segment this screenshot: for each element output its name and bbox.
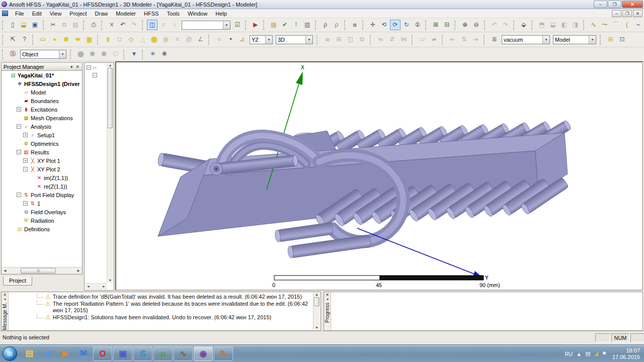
menu-modeler[interactable]: Modeler (112, 10, 140, 18)
history-hscrollbar[interactable]: ◄ ► (85, 283, 107, 290)
non-model-object-icon[interactable]: ○ (214, 34, 224, 45)
tree-item-port-field-display[interactable]: −⇅Port Field Display (2, 191, 82, 199)
rotate-axis-icon[interactable]: ↻ (401, 20, 412, 30)
pan-icon[interactable]: ✛ (368, 20, 378, 30)
tree-item-results[interactable]: −▧Results (2, 148, 82, 156)
taskbar-mail-icon[interactable]: ✉ (76, 346, 91, 360)
tree-item-xy-plot-1[interactable]: +╳XY Plot 1 (2, 156, 82, 165)
tree-item-radiation[interactable]: ΨRadiation (2, 216, 82, 225)
start-button[interactable]: ⊞ (3, 346, 17, 361)
draw-torus-icon[interactable]: ◎ (160, 34, 171, 45)
scroll-up-icon[interactable]: ▲ (313, 293, 320, 296)
context-help-icon[interactable]: ? (19, 34, 30, 45)
scroll-left-icon[interactable]: ◄ (87, 285, 90, 289)
tree-item-excitations[interactable]: +⧫Excitations (2, 105, 82, 114)
action-center-tray-icon[interactable]: ⚑ (602, 350, 607, 357)
panel-close-icon[interactable]: ✕ (74, 64, 81, 69)
validation-check-icon[interactable]: ✔ (280, 20, 290, 30)
tree-item-setup1[interactable]: +⌕Setup1 (2, 131, 82, 139)
language-indicator[interactable]: RU (565, 351, 573, 357)
menu-file[interactable]: File (11, 10, 28, 18)
tree-expander-icon[interactable]: + (23, 201, 28, 206)
scroll-right-icon[interactable]: ► (102, 285, 106, 289)
draw-rectangle-icon[interactable]: ▭ (38, 34, 48, 45)
message-vscrollbar[interactable]: ▲ ▼ (313, 293, 320, 330)
taskbar-utorrent-icon[interactable]: µ (153, 346, 173, 361)
restore-button[interactable]: ❐ (608, 1, 621, 8)
snap-curve-1-icon[interactable]: ∿ (589, 20, 599, 30)
scroll-down-icon[interactable]: ▼ (107, 279, 113, 282)
profile-icon[interactable]: ! (291, 20, 301, 30)
view-isometric-icon[interactable]: ⬙ (519, 20, 529, 30)
open-icon[interactable]: ⬓ (19, 20, 29, 30)
menu-window[interactable]: Window (184, 10, 211, 18)
minimize-button[interactable]: – (594, 1, 607, 8)
taskbar-explorer-icon[interactable]: ▤ (22, 346, 37, 360)
menu-draw[interactable]: Draw (91, 10, 112, 18)
close-button[interactable]: ✕ (622, 1, 643, 8)
new-icon[interactable]: ▯ (8, 20, 18, 30)
wave-port-icon[interactable]: ⌁ (633, 20, 643, 30)
mdi-child-icon[interactable] (2, 11, 8, 16)
object-properties-icon[interactable]: ⊡ (617, 34, 627, 45)
draw-cone-icon[interactable]: △ (137, 34, 148, 45)
material-combobox[interactable]: vacuum▼ (502, 35, 550, 44)
draw-box-icon[interactable]: □ (114, 34, 125, 45)
menu-tools[interactable]: Tools (163, 10, 184, 18)
selection-mode-dropdown-arrow-icon[interactable]: ▼ (59, 50, 66, 58)
taskbar-hfss-icon[interactable]: ◉ (194, 346, 213, 361)
search-dropdown-arrow-icon[interactable]: ▼ (223, 21, 230, 29)
tree-item-optimetrics[interactable]: ⚙Optimetrics (2, 139, 82, 148)
zoom-in-rect-icon[interactable]: ⊞ (431, 20, 441, 30)
project-tab[interactable]: Project (3, 277, 32, 286)
model-type-combobox[interactable]: Model▼ (553, 35, 596, 44)
analyze-all-icon[interactable]: ▶ (251, 20, 261, 30)
taskbar-modeler-app-icon[interactable]: ∿ (174, 346, 193, 361)
network-tray-icon[interactable]: ◢ (594, 350, 598, 357)
material-dropdown-arrow-icon[interactable]: ▼ (542, 36, 549, 44)
tree-expander-icon[interactable]: − (23, 167, 28, 171)
zoom-out-rect-icon[interactable]: ⊟ (442, 20, 452, 30)
undo-icon[interactable]: ↶ (118, 20, 128, 30)
panel-close-icon[interactable]: ✕ (3, 293, 7, 297)
draw-cylinder-icon[interactable]: ▮ (103, 34, 113, 45)
draw-ellipse-icon[interactable]: ⬬ (72, 34, 83, 45)
taskbar-skype-icon[interactable]: S (133, 346, 152, 361)
draw-polygon-icon[interactable]: ⬢ (61, 34, 71, 45)
tree-item-xy-plot-2[interactable]: −╳XY Plot 2 (2, 165, 82, 173)
selection-filter-icon[interactable]: ▼ (129, 49, 139, 59)
model-tree-icon[interactable]: ◫ (147, 20, 157, 30)
print-icon[interactable]: ⎙ (89, 20, 99, 30)
tree-expander-icon[interactable]: + (23, 133, 28, 137)
boundary-display-icon[interactable]: Ⓢ (8, 49, 18, 59)
draw-circle-icon[interactable]: ● (49, 34, 60, 45)
arc-ccw-icon[interactable]: ⌒ (611, 20, 621, 30)
zoom-in-icon[interactable]: ⊕ (460, 20, 470, 30)
tree-item-im-z-1-1-[interactable]: ✕im(Z(1,1)) (2, 173, 82, 182)
scroll-thumb[interactable]: ☰ (21, 268, 56, 274)
draw-plane-icon[interactable]: ⊿ (237, 34, 248, 45)
taskbar-paint-icon[interactable]: ✎ (214, 346, 233, 361)
menu-help[interactable]: Help (211, 10, 231, 18)
fields-overlay-icon[interactable]: ✳ (147, 49, 158, 59)
tree-item-field-overlays[interactable]: ⧉Field Overlays (2, 208, 82, 216)
selection-mode-combobox[interactable]: Object▼ (20, 50, 66, 59)
tree-item-yagakitai-01-[interactable]: ▤YagaKitai_01* (2, 71, 82, 79)
validate-icon[interactable]: ☑ (232, 20, 243, 30)
snap-curve-2-icon[interactable]: 〜 (600, 20, 610, 30)
search-combobox[interactable]: ▼ (182, 21, 230, 30)
project-tree-hscrollbar[interactable]: ◄ ☰ ► (2, 267, 82, 274)
history-vscrollbar[interactable]: ▲ ▼ (107, 63, 113, 283)
tree-expander-icon[interactable]: − (17, 124, 21, 129)
menu-view[interactable]: View (46, 10, 66, 18)
menu-project[interactable]: Project (65, 10, 91, 18)
panel-dropdown-icon[interactable]: ▾ (69, 64, 74, 69)
child-minimize-button[interactable]: – (612, 10, 621, 17)
taskbar-clock[interactable]: 18:07 17.06.2015 (612, 347, 643, 360)
hidden-icons-button[interactable]: ▲ (576, 351, 582, 357)
tree-expander-icon[interactable]: + (17, 107, 21, 112)
save-icon[interactable]: ▣ (30, 20, 40, 30)
panel-pin-icon[interactable]: ◂ (4, 297, 6, 301)
taskbar-volume-mixer-icon[interactable]: ◀ (40, 346, 55, 360)
rho-plot-2-icon[interactable]: ρ (332, 20, 342, 30)
